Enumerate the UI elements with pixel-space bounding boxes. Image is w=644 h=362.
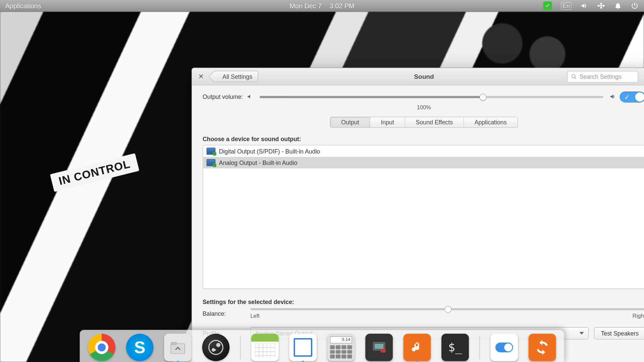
svg-point-2	[209, 341, 223, 355]
network-indicator-icon[interactable]	[597, 2, 605, 10]
maximize-icon[interactable]	[643, 72, 644, 81]
dock-screenshot-icon[interactable]	[365, 334, 393, 361]
output-mute-toggle[interactable]: ✓	[620, 92, 644, 103]
output-device-list: Digital Output (S/PDIF) - Built-in Audio…	[203, 145, 644, 289]
power-indicator-icon[interactable]	[631, 2, 639, 10]
dock-calculator-icon[interactable]: 3.14	[327, 334, 355, 361]
volume-high-icon	[609, 93, 616, 101]
balance-left-label: Left	[250, 313, 260, 319]
dock-terminal-icon[interactable]: $_	[441, 334, 469, 361]
svg-rect-7	[381, 349, 386, 353]
panel-time[interactable]: 3:02 PM	[330, 2, 355, 9]
dock-separator	[240, 336, 240, 359]
applications-menu[interactable]: Applications	[5, 2, 41, 9]
window-titlebar[interactable]: ✕ All Settings Sound Search Settings	[192, 68, 644, 85]
svg-point-3	[216, 343, 221, 347]
dock-calendar-icon[interactable]	[251, 334, 279, 361]
output-volume-slider[interactable]	[259, 96, 603, 98]
balance-right-label: Right	[632, 313, 644, 319]
window-title: Sound	[414, 73, 434, 80]
dock-skype-icon[interactable]: S	[126, 334, 154, 361]
dock-music-icon[interactable]	[404, 334, 431, 361]
notifications-indicator-icon[interactable]	[614, 2, 622, 10]
dock-tweaks-icon[interactable]	[490, 334, 518, 361]
device-label: Analog Output - Built-in Audio	[219, 159, 298, 166]
sound-tabs: Output Input Sound Effects Applications	[330, 117, 518, 128]
balance-label: Balance:	[203, 310, 245, 317]
selected-device-settings-header: Settings for the selected device:	[203, 299, 644, 305]
output-volume-percent: 100%	[203, 104, 644, 110]
sound-settings-window: ✕ All Settings Sound Search Settings Out…	[192, 68, 644, 362]
search-settings-input[interactable]: Search Settings	[567, 70, 638, 82]
tab-input[interactable]: Input	[370, 117, 405, 127]
update-indicator-icon[interactable]	[543, 1, 552, 10]
search-placeholder: Search Settings	[579, 73, 622, 80]
dock-files-icon[interactable]	[164, 334, 192, 361]
choose-device-header: Choose a device for sound output:	[203, 136, 644, 142]
close-icon[interactable]: ✕	[197, 72, 206, 81]
dock-update-icon[interactable]	[529, 334, 556, 361]
svg-rect-1	[171, 342, 177, 345]
dock-document-icon[interactable]	[289, 334, 317, 361]
search-icon	[571, 74, 577, 79]
panel-date[interactable]: Mon Dec 7	[289, 2, 322, 9]
test-speakers-button[interactable]: Test Speakers	[594, 327, 644, 340]
sound-card-icon	[207, 147, 215, 155]
tab-sound-effects[interactable]: Sound Effects	[405, 117, 464, 127]
dock-separator	[479, 336, 480, 359]
sound-card-icon	[207, 159, 215, 166]
tab-output[interactable]: Output	[331, 117, 370, 127]
dock-chrome-icon[interactable]	[88, 334, 115, 361]
device-label: Digital Output (S/PDIF) - Built-in Audio	[219, 148, 320, 155]
all-settings-back-button[interactable]: All Settings	[213, 71, 258, 82]
volume-indicator-icon[interactable]	[580, 2, 588, 10]
keyboard-layout-indicator[interactable]: En	[561, 2, 572, 9]
volume-low-icon	[247, 93, 253, 101]
dock-steam-icon[interactable]	[202, 334, 230, 361]
output-volume-label: Output volume:	[203, 94, 243, 101]
chevron-down-icon	[580, 332, 584, 335]
device-row[interactable]: Analog Output - Built-in Audio	[203, 157, 644, 168]
dock: S 3.14 $_	[79, 330, 564, 362]
balance-slider[interactable]	[250, 308, 644, 310]
top-panel: Applications Mon Dec 7 3:02 PM En	[0, 0, 644, 12]
device-row[interactable]: Digital Output (S/PDIF) - Built-in Audio	[203, 145, 644, 157]
tab-applications[interactable]: Applications	[464, 117, 517, 127]
svg-rect-6	[375, 344, 383, 349]
calc-display: 3.14	[330, 337, 352, 344]
